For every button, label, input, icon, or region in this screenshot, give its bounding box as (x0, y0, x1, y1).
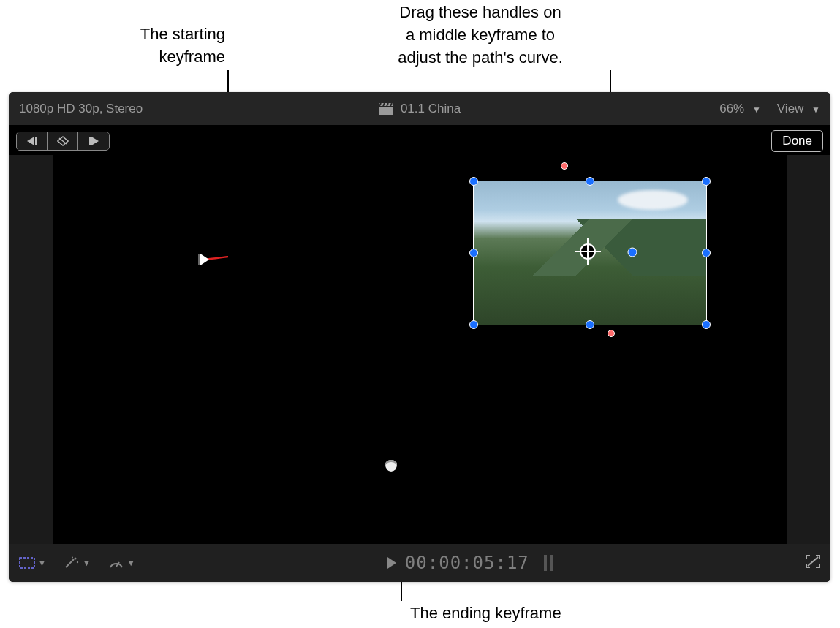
audio-meter-icon (544, 555, 553, 571)
svg-line-18 (66, 559, 74, 567)
svg-marker-14 (91, 137, 99, 145)
next-keyframe-icon (88, 137, 99, 145)
chevron-down-icon: ▼ (127, 559, 135, 567)
prev-keyframe-icon (27, 137, 37, 145)
add-delete-keyframe-button[interactable] (48, 132, 78, 150)
resize-handle-bl[interactable] (469, 320, 478, 329)
resize-handle-mr[interactable] (702, 249, 711, 257)
retime-dropdown[interactable]: ▼ (108, 556, 135, 570)
keyframe-diamond-icon (57, 136, 69, 146)
callout-handles: Drag these handles on a middle keyframe … (347, 1, 614, 69)
viewer-bottombar: ▼ ▼ ▼ 00:00:05:17 (9, 544, 830, 582)
svg-rect-10 (35, 137, 37, 145)
done-button[interactable]: Done (771, 130, 823, 152)
svg-point-21 (72, 557, 73, 559)
format-label: 1080p HD 30p, Stereo (19, 102, 143, 116)
zoom-dropdown[interactable]: 66% ▼ (719, 102, 761, 116)
chevron-down-icon: ▼ (752, 105, 761, 115)
chevron-down-icon: ▼ (38, 559, 46, 567)
svg-point-20 (77, 561, 78, 563)
chevron-down-icon: ▼ (811, 105, 820, 115)
view-label: View (777, 102, 804, 116)
transform-clip[interactable] (473, 181, 707, 325)
clip-appearance-dropdown[interactable]: ▼ (19, 557, 46, 569)
enhancements-dropdown[interactable]: ▼ (64, 556, 91, 570)
clapperboard-icon (379, 103, 393, 115)
callout-text: keyframe (159, 48, 225, 66)
callout-text: adjust the path's curve. (398, 48, 563, 67)
callout-text: a middle keyframe to (406, 26, 555, 44)
resize-handle-tl[interactable] (469, 177, 478, 186)
letterbox (9, 155, 53, 544)
keyframe-nav-group (16, 132, 110, 151)
resize-handle-br[interactable] (702, 320, 711, 329)
callout-end-keyframe: The ending keyframe (410, 602, 561, 625)
letterbox (787, 155, 830, 544)
callout-text: The starting (140, 25, 225, 43)
clip-name-label[interactable]: 01.1 China (401, 102, 461, 116)
curve-tangent-handle-top[interactable] (561, 162, 568, 170)
clip-appearance-icon (19, 557, 35, 569)
viewer-window: 1080p HD 30p, Stereo 01.1 China 66% ▼ Vi… (9, 92, 830, 582)
svg-point-19 (74, 558, 76, 560)
callout-text: The ending keyframe (410, 604, 561, 622)
resize-handle-tr[interactable] (702, 177, 711, 186)
next-keyframe-button[interactable] (78, 132, 109, 150)
svg-rect-13 (89, 137, 91, 145)
timecode-display[interactable]: 00:00:05:17 (405, 553, 529, 573)
curve-tangent-handle-bottom[interactable] (608, 330, 615, 337)
chevron-down-icon: ▼ (83, 559, 91, 567)
svg-marker-9 (27, 137, 34, 145)
svg-line-23 (808, 557, 818, 566)
resize-handle-bc[interactable] (586, 320, 594, 329)
speedometer-icon (108, 556, 124, 570)
resize-handle-tc[interactable] (586, 177, 594, 186)
svg-rect-3 (379, 107, 393, 115)
viewer-topbar: 1080p HD 30p, Stereo 01.1 China 66% ▼ Vi… (9, 92, 830, 126)
wand-sparkle-icon (64, 556, 80, 570)
decorative-cloud (618, 190, 687, 210)
zoom-value: 66% (719, 102, 744, 116)
viewer-canvas[interactable] (9, 155, 830, 544)
play-icon[interactable] (387, 557, 396, 569)
callout-text: Drag these handles on (399, 3, 561, 21)
move-handle[interactable] (628, 248, 637, 257)
keyframe-end-marker[interactable] (385, 460, 397, 472)
callout-start-keyframe: The starting keyframe (88, 23, 225, 69)
view-dropdown[interactable]: View ▼ (777, 102, 820, 116)
prev-keyframe-button[interactable] (17, 132, 48, 150)
svg-rect-17 (20, 558, 34, 568)
fullscreen-button[interactable] (806, 555, 820, 571)
resize-handle-ml[interactable] (469, 249, 478, 257)
anchor-point-icon[interactable] (580, 243, 596, 260)
fullscreen-icon (806, 555, 820, 568)
viewer-keyframe-bar: Done (9, 126, 830, 155)
